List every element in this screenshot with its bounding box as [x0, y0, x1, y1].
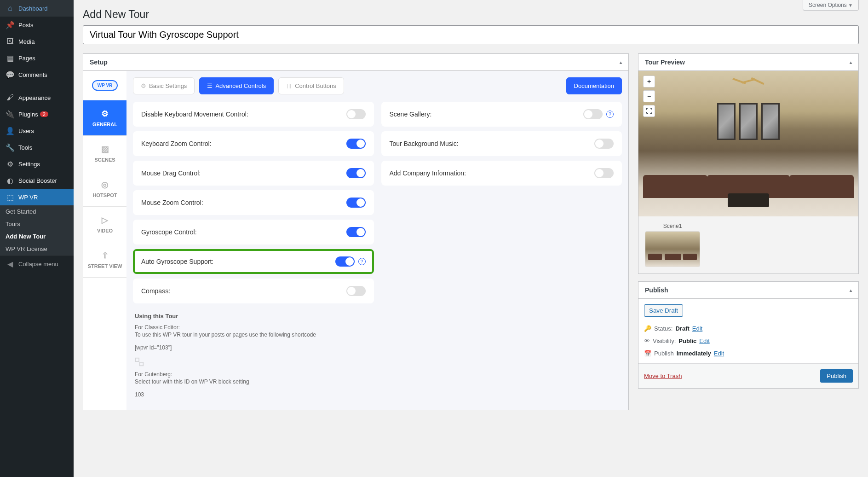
setup-tab-general[interactable]: ⚙GENERAL — [83, 100, 126, 136]
update-badge: 2 — [40, 111, 48, 117]
sidebar-item-plugins[interactable]: 🔌Plugins2 — [0, 106, 74, 122]
chevron-up-icon: ▴ — [620, 60, 622, 65]
publish-panel: Publish ▴ Save Draft 🔑 Status: Draft Edi… — [638, 281, 859, 389]
screen-options-toggle[interactable]: Screen Options ▼ — [803, 0, 859, 11]
visibility-row: 👁 Visibility: Public Edit — [644, 335, 853, 347]
setup-tab-hotspot[interactable]: ◎HOTSPOT — [83, 171, 126, 207]
setup-tab-street-view[interactable]: ⇧STREET VIEW — [83, 242, 126, 278]
sidebar-item-social-booster[interactable]: ◐Social Booster — [0, 172, 74, 189]
setup-tab-scenes[interactable]: ▨SCENES — [83, 136, 126, 171]
gear-icon: ⚙ — [141, 82, 146, 89]
page-title: Add New Tour — [83, 0, 859, 25]
calendar-icon: 📅 — [644, 350, 651, 357]
admin-sidebar: ⌂Dashboard📌Posts🖼Media▤Pages💬Comments🖌Ap… — [0, 0, 74, 477]
help-icon[interactable]: ? — [358, 258, 366, 265]
menu-icon: ⬚ — [6, 192, 15, 202]
edit-status-link[interactable]: Edit — [692, 325, 702, 332]
menu-icon: 🖌 — [6, 93, 15, 102]
publish-button[interactable]: Publish — [820, 369, 853, 383]
toggle-switch[interactable] — [583, 109, 603, 119]
submenu-add-new-tour[interactable]: Add New Tour — [0, 230, 74, 243]
setting-disable-keyboard-movement-control: Disable Keyboard Movement Control: — [133, 102, 374, 127]
setup-tab-video[interactable]: ▷VIDEO — [83, 207, 126, 242]
edit-visibility-link[interactable]: Edit — [699, 337, 709, 344]
zoom-in-button[interactable]: + — [643, 76, 655, 87]
publish-panel-header[interactable]: Publish ▴ — [638, 282, 858, 299]
svg-rect-1 — [140, 362, 144, 366]
collapse-menu[interactable]: ◀ Collapse menu — [0, 255, 74, 272]
tab-control-buttons[interactable]: ⫼Control Buttons — [278, 77, 344, 94]
save-draft-button[interactable]: Save Draft — [644, 304, 683, 317]
menu-icon: ▤ — [6, 53, 15, 63]
help-icon[interactable]: ? — [606, 111, 614, 118]
sidebar-item-pages[interactable]: ▤Pages — [0, 50, 74, 66]
menu-icon: ⚙ — [6, 159, 15, 169]
setting-add-company-information: Add Company Information: — [381, 161, 622, 186]
tab-icon: ⚙ — [85, 109, 125, 119]
setting-tour-background-music: Tour Background Music: — [381, 131, 622, 156]
key-icon: 🔑 — [644, 325, 651, 332]
setting-scene-gallery: Scene Gallery:? — [381, 102, 622, 127]
toggle-switch[interactable] — [594, 139, 614, 149]
sidebar-item-tools[interactable]: 🔧Tools — [0, 139, 74, 156]
menu-icon: 🖼 — [6, 37, 15, 46]
wall-art-decor — [717, 103, 780, 140]
tab-icon: ▷ — [85, 215, 125, 225]
status-row: 🔑 Status: Draft Edit — [644, 322, 853, 335]
collapse-icon: ◀ — [6, 259, 15, 268]
sidebar-item-media[interactable]: 🖼Media — [0, 33, 74, 50]
panorama-preview[interactable]: + − ⛶ — [638, 71, 858, 216]
fullscreen-button[interactable]: ⛶ — [643, 105, 655, 117]
tour-preview-panel: Tour Preview ▴ + − ⛶ — [638, 53, 859, 274]
toggle-switch[interactable] — [346, 109, 366, 119]
main-content: Screen Options ▼ Add New Tour Setup ▴ WP… — [74, 0, 868, 477]
sidebar-item-wp-vr[interactable]: ⬚WP VR — [0, 189, 74, 205]
eye-icon: 👁 — [644, 337, 650, 344]
tab-advanced-controls[interactable]: ☰Advanced Controls — [199, 77, 274, 94]
setup-panel: Setup ▴ WP VR ⚙GENERAL▨SCENES◎HOTSPOT▷VI… — [83, 53, 629, 410]
move-to-trash-link[interactable]: Move to Trash — [644, 372, 682, 379]
toggle-switch[interactable] — [594, 168, 614, 178]
setup-vertical-tabs: WP VR ⚙GENERAL▨SCENES◎HOTSPOT▷VIDEO⇧STRE… — [83, 71, 126, 410]
sidebar-item-settings[interactable]: ⚙Settings — [0, 156, 74, 172]
gutenberg-icon — [135, 357, 144, 366]
sidebar-item-appearance[interactable]: 🖌Appearance — [0, 89, 74, 106]
setup-panel-header[interactable]: Setup ▴ — [83, 54, 628, 71]
tab-icon: ▨ — [85, 144, 125, 154]
menu-icon: 💬 — [6, 70, 15, 79]
toggle-switch[interactable] — [346, 198, 366, 208]
toggle-switch[interactable] — [346, 139, 366, 149]
wpvr-logo: WP VR — [83, 71, 126, 100]
sidebar-item-dashboard[interactable]: ⌂Dashboard — [0, 0, 74, 17]
tour-title-input[interactable] — [83, 25, 859, 44]
submenu-get-started[interactable]: Get Started — [0, 205, 74, 218]
tab-basic-settings[interactable]: ⚙Basic Settings — [133, 77, 195, 94]
edit-schedule-link[interactable]: Edit — [714, 350, 724, 357]
setting-keyboard-zoom-control: Keyboard Zoom Control: — [133, 131, 374, 156]
setting-auto-gyroscope-support: Auto Gyroscope Support:? — [133, 249, 374, 274]
submenu-tours[interactable]: Tours — [0, 218, 74, 230]
submenu-wp-vr-license[interactable]: WP VR License — [0, 243, 74, 255]
sidebar-item-posts[interactable]: 📌Posts — [0, 17, 74, 33]
sidebar-item-users[interactable]: 👤Users — [0, 122, 74, 139]
svg-rect-0 — [136, 358, 139, 362]
setting-mouse-drag-control: Mouse Drag Control: — [133, 161, 374, 186]
toggle-switch[interactable] — [346, 286, 366, 296]
toggle-switch[interactable] — [335, 256, 355, 267]
zoom-out-button[interactable]: − — [643, 90, 655, 102]
chandelier-decor — [732, 75, 765, 88]
toggle-switch[interactable] — [346, 227, 366, 237]
documentation-button[interactable]: Documentation — [566, 77, 622, 94]
tab-icon: ⇧ — [85, 250, 125, 261]
scene-thumbnails: Scene1 — [638, 216, 858, 273]
menu-icon: ◐ — [6, 176, 15, 185]
menu-icon: 🔧 — [6, 143, 15, 152]
sidebar-item-comments[interactable]: 💬Comments — [0, 66, 74, 83]
using-tour-info: Using this Tour For Classic Editor: To u… — [133, 308, 622, 403]
toggle-switch[interactable] — [346, 168, 366, 178]
menu-icon: ⌂ — [6, 4, 15, 13]
scene-thumb-1[interactable]: Scene1 — [645, 223, 700, 267]
chevron-up-icon: ▴ — [850, 288, 852, 293]
preview-panel-header[interactable]: Tour Preview ▴ — [638, 54, 858, 71]
setting-gyroscope-control: Gyroscope Control: — [133, 220, 374, 244]
